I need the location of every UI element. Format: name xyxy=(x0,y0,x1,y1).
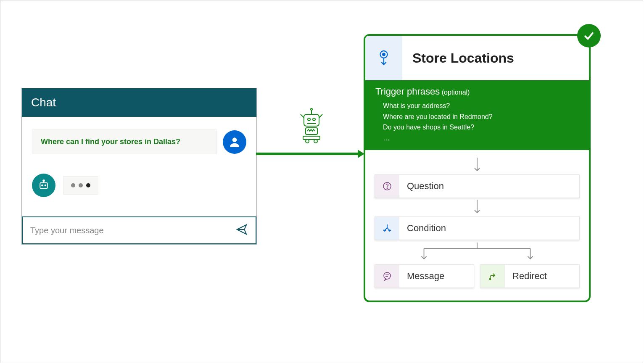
branch-connector-icon xyxy=(375,243,580,262)
svg-point-17 xyxy=(306,140,309,143)
redirect-node-label: Redirect xyxy=(505,265,579,288)
redirect-node[interactable]: Redirect xyxy=(480,264,580,288)
typing-indicator xyxy=(63,176,98,195)
checkmark-icon xyxy=(577,24,601,47)
trigger-phrases-list: What is your address? Where are you loca… xyxy=(375,97,579,143)
question-node[interactable]: Question xyxy=(375,174,580,198)
svg-line-14 xyxy=(319,114,322,118)
svg-rect-7 xyxy=(304,114,319,126)
diagram-frame: Chat Where can I find your stores in Dal… xyxy=(0,0,643,363)
topic-trigger-icon xyxy=(365,36,402,80)
trigger-phrases-section: Trigger phrases (optional) What is your … xyxy=(365,80,589,150)
svg-point-18 xyxy=(314,140,317,143)
svg-point-22 xyxy=(383,53,385,56)
typing-dot xyxy=(86,183,90,187)
user-message-bubble: Where can I find your stores in Dallas? xyxy=(32,129,217,154)
topic-title: Store Locations xyxy=(402,50,514,66)
question-node-label: Question xyxy=(399,175,579,198)
user-avatar-icon xyxy=(223,130,246,154)
question-icon xyxy=(375,175,399,198)
down-arrow-icon xyxy=(375,158,580,173)
typing-dot xyxy=(71,183,75,187)
message-node[interactable]: Message xyxy=(375,264,474,288)
svg-point-36 xyxy=(489,279,491,280)
chat-input-row[interactable] xyxy=(22,216,256,244)
trigger-phrase: What is your address? xyxy=(383,100,579,111)
flow-body: Question Condition xyxy=(365,150,589,301)
svg-line-13 xyxy=(301,114,304,118)
robot-illustration-icon xyxy=(295,107,328,146)
trigger-phrase-more: … xyxy=(383,133,579,144)
down-arrow-icon xyxy=(375,200,580,215)
topic-header: Store Locations xyxy=(365,36,589,80)
chat-input[interactable] xyxy=(30,226,235,235)
topic-card: Store Locations Trigger phrases (optiona… xyxy=(364,34,591,302)
bot-avatar-icon xyxy=(32,174,55,197)
bot-typing-row xyxy=(32,174,246,197)
branch-icon xyxy=(375,217,399,240)
chat-body: Where can I find your stores in Dallas? xyxy=(22,117,256,216)
trigger-optional-label: (optional) xyxy=(442,89,470,96)
trigger-phrase: Do you have shops in Seattle? xyxy=(383,122,579,133)
send-icon[interactable] xyxy=(235,223,248,237)
svg-point-26 xyxy=(387,188,388,189)
chat-header-title: Chat xyxy=(22,88,256,117)
user-message-row: Where can I find your stores in Dallas? xyxy=(32,129,246,154)
branch-row: Message Redirect xyxy=(375,264,580,288)
message-node-label: Message xyxy=(399,265,474,288)
svg-rect-1 xyxy=(40,183,48,189)
svg-point-8 xyxy=(308,118,310,121)
svg-point-5 xyxy=(43,180,45,182)
flow-arrow-icon xyxy=(256,148,364,161)
svg-point-9 xyxy=(313,118,315,121)
chat-panel: Chat Where can I find your stores in Dal… xyxy=(21,88,257,245)
redirect-icon xyxy=(480,265,505,288)
trigger-phrase: Where are you located in Redmond? xyxy=(383,111,579,122)
svg-rect-16 xyxy=(303,136,320,140)
svg-point-33 xyxy=(384,272,391,279)
trigger-phrases-label: Trigger phrases xyxy=(375,86,440,97)
svg-point-0 xyxy=(232,137,237,142)
svg-point-2 xyxy=(42,185,43,186)
condition-node-label: Condition xyxy=(399,217,579,240)
svg-point-12 xyxy=(311,108,312,110)
typing-dot xyxy=(79,183,83,187)
message-icon xyxy=(375,265,399,288)
condition-node[interactable]: Condition xyxy=(375,216,580,240)
svg-point-3 xyxy=(45,185,46,186)
